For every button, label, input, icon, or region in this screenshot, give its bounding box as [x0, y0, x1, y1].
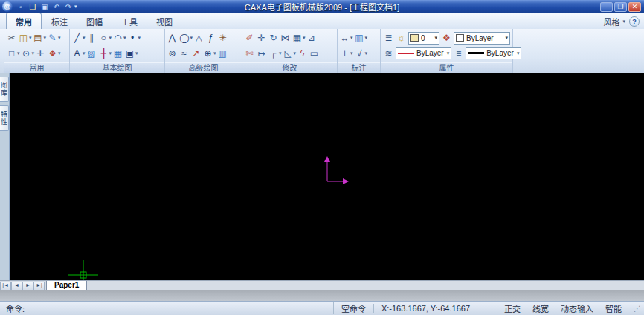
hole-axis-button[interactable]: ⊚	[167, 47, 178, 60]
panel-tab-library[interactable]: 图库	[0, 77, 9, 102]
datum-button-icon: ⊥	[340, 48, 350, 59]
roughness-button[interactable]: √▾	[354, 47, 369, 60]
trim-button[interactable]: ✄	[244, 47, 256, 60]
stretch-button[interactable]: ▭	[309, 47, 321, 60]
ribbon-group-properties: ≣ ☼ 0 ▾ ❖ ByLayer ▾ ≋ ByLayer	[381, 29, 513, 73]
save-icon[interactable]: ▣	[39, 1, 50, 12]
tab-row-right: 风格 ▾ ?	[603, 16, 644, 29]
copy-button[interactable]: ◫▾	[18, 31, 33, 45]
break-button[interactable]: ϟ	[297, 47, 309, 60]
move-button[interactable]: ✛	[256, 31, 268, 45]
rotate-button[interactable]: ↻	[268, 31, 280, 45]
ribbon-tab-row: 常用 标注 图幅 工具 视图 风格 ▾ ?	[0, 13, 644, 30]
dropdown-arrow-icon: ▾	[350, 51, 353, 56]
hatch-button[interactable]: ▨	[86, 47, 98, 60]
current-color-swatch	[456, 34, 464, 42]
maximize-button[interactable]: ❐	[614, 2, 627, 12]
gear-button[interactable]: ✳	[217, 31, 229, 45]
undo-icon[interactable]: ↶	[51, 1, 62, 12]
chamfer-button[interactable]: ◺▾	[283, 47, 297, 60]
zoom-button[interactable]: ⊙▾	[21, 47, 36, 60]
prev-sheet-button[interactable]: ◄	[11, 282, 22, 290]
formula-curve-button[interactable]: ƒ	[205, 31, 217, 45]
ellipse-button[interactable]: ◯▾	[178, 31, 193, 45]
erase-button[interactable]: ✐	[244, 31, 256, 45]
palette-button[interactable]: ❖▾	[47, 47, 62, 60]
dimension-button[interactable]: ↔▾	[339, 31, 354, 45]
centerline-button[interactable]: ╂▾	[98, 47, 113, 60]
erase-button-icon: ✐	[245, 32, 254, 44]
linetype-panel-button[interactable]: ≋	[383, 47, 394, 60]
lineweight-select[interactable]: ByLayer ▾	[466, 47, 521, 59]
redo-icon[interactable]: ↷	[63, 1, 74, 12]
toggle-dynamic-input[interactable]: 动态输入	[555, 302, 599, 314]
ribbon-group-advanced-draw: ⋀ ◯▾ △ ƒ ✳ ⊚ ≈ ↗ ⊕▾ ▥ 高级绘图	[165, 29, 242, 73]
toggle-ortho[interactable]: 正交	[498, 302, 527, 314]
tab-tools[interactable]: 工具	[112, 13, 146, 29]
select-button[interactable]: □▾	[6, 47, 21, 60]
circle-button[interactable]: ○▾	[98, 31, 113, 45]
side-panel-strip: 图库 特性	[0, 73, 10, 280]
arc-button[interactable]: ◠▾	[112, 31, 127, 45]
paste-button[interactable]: ▤▾	[33, 31, 48, 45]
next-sheet-button[interactable]: ►	[22, 282, 33, 290]
tab-view[interactable]: 视图	[147, 13, 181, 29]
drawing-canvas[interactable]	[10, 73, 644, 280]
trim-button-icon: ✄	[245, 48, 254, 59]
layer-select[interactable]: 0 ▾	[408, 32, 439, 45]
style-dropdown[interactable]: 风格 ▾	[603, 16, 625, 27]
pan-button[interactable]: ✛	[35, 47, 47, 60]
dim-style-button[interactable]: ▥▾	[354, 31, 369, 45]
mirror-button[interactable]: ⋈	[280, 31, 292, 45]
array-button[interactable]: ▦▾	[292, 31, 306, 45]
block-button[interactable]: ▣▾	[124, 47, 139, 60]
polygon-button[interactable]: △	[193, 31, 205, 45]
text-button[interactable]: A▾	[71, 47, 86, 60]
panel-tab-properties[interactable]: 特性	[0, 105, 9, 131]
help-icon[interactable]: ?	[629, 16, 640, 27]
grid-button[interactable]: ▥	[217, 47, 229, 60]
point-button[interactable]: •▾	[127, 31, 142, 45]
tab-common[interactable]: 常用	[6, 13, 42, 29]
color-palette-button[interactable]: ❖	[441, 31, 452, 45]
ribbon-group-common: ✂ ◫▾ ▤▾ ✎▾ □▾ ⊙▾ ✛ ❖▾ 常用	[4, 29, 70, 73]
linetype-icon: ≋	[384, 48, 393, 59]
extend-button[interactable]: ↦	[256, 47, 268, 60]
lineweight-panel-button[interactable]: ≡	[453, 47, 464, 60]
layer-visibility-button[interactable]: ☼	[396, 31, 407, 45]
resize-grip-icon[interactable]: ⋰	[634, 305, 641, 313]
layer-panel-button[interactable]: ≣	[383, 31, 394, 45]
zoom-button-icon: ⊙	[22, 48, 31, 59]
command-prompt-label[interactable]: 命令:	[3, 302, 28, 314]
dimension-button-icon: ↔	[340, 32, 350, 44]
parallel-line-button[interactable]: ∥	[86, 31, 98, 45]
wave-line-button[interactable]: ≈	[178, 47, 190, 60]
block-button-icon: ▣	[125, 48, 135, 59]
open-folder-icon[interactable]: ❒	[28, 1, 38, 12]
minimize-button[interactable]: —	[600, 2, 613, 12]
fillet-button[interactable]: ╭▾	[268, 47, 283, 60]
datum-button[interactable]: ⊥▾	[339, 47, 354, 60]
scale-button[interactable]: ⊿	[306, 31, 318, 45]
toggle-smart[interactable]: 智能	[599, 302, 628, 314]
toggle-linewidth[interactable]: 线宽	[527, 302, 555, 314]
cut-button[interactable]: ✂	[6, 31, 18, 45]
tab-dimension[interactable]: 标注	[42, 13, 77, 29]
polyline-button[interactable]: ⋀	[167, 31, 178, 45]
new-document-icon[interactable]: ▫	[16, 1, 26, 12]
close-button[interactable]: ✕	[628, 2, 641, 12]
last-sheet-button[interactable]: ►|	[33, 282, 45, 290]
line-button[interactable]: ╱▾	[71, 31, 86, 45]
dropdown-arrow-icon: ▾	[365, 35, 368, 41]
color-select[interactable]: ByLayer ▾	[454, 32, 510, 45]
detail-view-button[interactable]: ⊕▾	[202, 47, 217, 60]
arrow-draw-button[interactable]: ↗	[190, 47, 202, 60]
command-history-area[interactable]	[0, 290, 644, 302]
table-button[interactable]: ▦	[112, 47, 124, 60]
quick-access-more-icon[interactable]: ▾	[74, 4, 77, 10]
tab-sheet[interactable]: 图幅	[77, 13, 112, 29]
dropdown-arrow-icon: ▾	[83, 51, 86, 56]
format-brush-button[interactable]: ✎▾	[47, 31, 62, 45]
linetype-select[interactable]: ByLayer ▾	[396, 47, 451, 59]
first-sheet-button[interactable]: |◄	[0, 282, 11, 290]
